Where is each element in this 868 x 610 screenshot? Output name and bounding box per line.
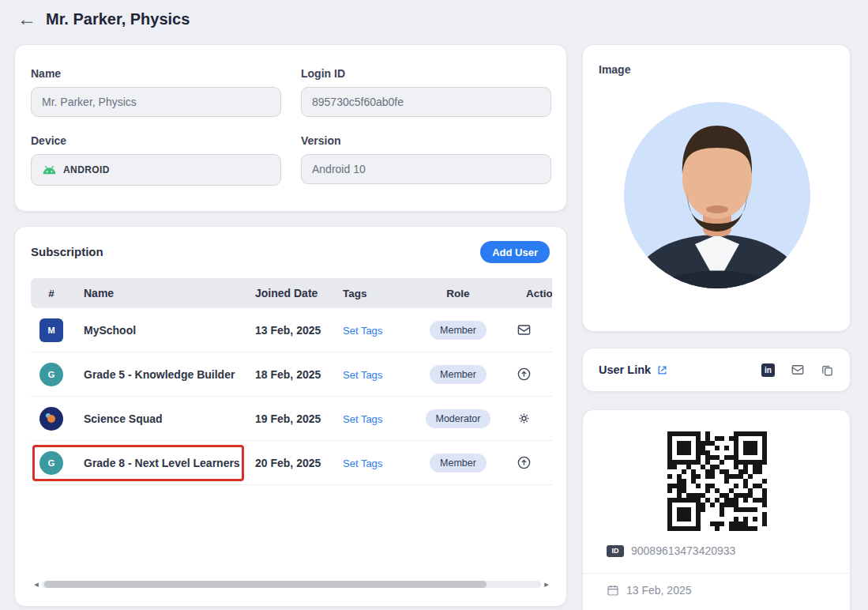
user-link-label: User Link <box>599 363 651 376</box>
device-label: Device <box>31 134 281 147</box>
login-id-label: Login ID <box>301 67 551 80</box>
login-id-input[interactable] <box>301 87 551 117</box>
profile-photo <box>599 77 836 314</box>
user-id-value: 90089613473420933 <box>631 544 735 557</box>
column-header-action: Action <box>494 288 552 299</box>
set-tags-link[interactable]: Set Tags <box>343 413 382 425</box>
qr-card: ID 90089613473420933 13 Feb, 2025 <box>582 409 851 610</box>
scrollbar-track[interactable] <box>42 581 541 588</box>
trash-icon[interactable] <box>550 323 552 337</box>
column-header-tags: Tags <box>335 288 422 299</box>
column-header-joined: Joined Date <box>246 287 335 299</box>
grade5-group-icon: G <box>39 363 63 386</box>
details-card: Name Login ID Device ANDROID <box>14 44 567 212</box>
table-row[interactable]: M MySchool 13 Feb, 2025 Set Tags Member <box>31 308 552 352</box>
role-badge: Moderator <box>426 409 491 428</box>
row-joined-date: 19 Feb, 2025 <box>246 412 335 425</box>
image-label: Image <box>599 63 834 76</box>
table-row[interactable]: Science Squad 19 Feb, 2025 Set Tags Mode… <box>31 397 552 441</box>
envelope-icon[interactable] <box>517 322 532 337</box>
scrollbar-thumb[interactable] <box>44 581 487 588</box>
role-badge: Member <box>430 321 487 340</box>
version-label: Version <box>301 134 551 147</box>
row-joined-date: 13 Feb, 2025 <box>246 324 335 337</box>
name-input[interactable] <box>31 87 281 117</box>
login-id-field-group: Login ID <box>301 67 551 117</box>
name-field-group: Name <box>31 67 281 117</box>
external-link-icon[interactable] <box>656 364 668 376</box>
device-field-group: Device ANDROID <box>31 134 281 186</box>
subscription-card: Subscription Add User # Name Joined Date… <box>14 226 567 607</box>
user-link-card: User Link in <box>582 348 851 392</box>
row-joined-date: 20 Feb, 2025 <box>246 457 335 469</box>
mail-icon[interactable] <box>791 363 805 377</box>
row-name: Science Squad <box>72 412 246 425</box>
science-squad-icon <box>39 407 63 431</box>
name-label: Name <box>31 67 281 80</box>
horizontal-scrollbar: ◂ ▸ <box>31 579 552 589</box>
linkedin-icon[interactable]: in <box>761 363 775 377</box>
set-tags-link[interactable]: Set Tags <box>343 325 382 337</box>
set-tags-link[interactable]: Set Tags <box>343 369 382 381</box>
image-card: Image <box>582 44 851 332</box>
role-badge: Member <box>430 365 487 384</box>
trash-icon[interactable] <box>550 367 552 382</box>
top-bar: ← Mr. Parker, Physics <box>0 0 868 38</box>
device-value-box: ANDROID <box>31 154 281 186</box>
trash-icon[interactable] <box>550 412 552 426</box>
row-name: MySchool <box>72 324 246 337</box>
device-value: ANDROID <box>63 164 110 175</box>
column-header-role: Role <box>422 288 494 299</box>
arrow-up-circle-icon[interactable] <box>517 367 532 382</box>
back-arrow-icon[interactable]: ← <box>17 9 36 28</box>
version-input[interactable] <box>301 154 551 184</box>
subscription-table: # Name Joined Date Tags Role Action M My… <box>31 278 552 523</box>
row-name: Grade 5 - Knowledge Builder <box>72 368 246 381</box>
page-title: Mr. Parker, Physics <box>46 10 190 28</box>
table-row[interactable]: G Grade 5 - Knowledge Builder 18 Feb, 20… <box>31 352 552 397</box>
calendar-icon <box>607 584 619 597</box>
column-header-name: Name <box>72 287 246 299</box>
row-name: Grade 8 - Next Level Learners <box>72 457 246 469</box>
subscription-title: Subscription <box>31 245 103 258</box>
version-field-group: Version <box>301 134 551 186</box>
grade8-group-icon: G <box>39 451 63 475</box>
table-row[interactable]: G Grade 8 - Next Level Learners 20 Feb, … <box>31 441 552 485</box>
scroll-left-arrow[interactable]: ◂ <box>31 579 42 589</box>
id-badge-icon: ID <box>607 545 624 557</box>
android-icon <box>42 165 57 175</box>
myschool-logo-icon: M <box>39 318 63 342</box>
row-joined-date: 18 Feb, 2025 <box>246 368 335 381</box>
scroll-right-arrow[interactable]: ▸ <box>541 579 552 589</box>
table-header-row: # Name Joined Date Tags Role Action <box>31 278 552 308</box>
add-user-button[interactable]: Add User <box>480 241 550 263</box>
role-badge: Member <box>430 454 487 473</box>
column-header-num: # <box>31 288 72 299</box>
copy-icon[interactable] <box>821 363 834 377</box>
gear-settings-icon[interactable] <box>517 411 532 426</box>
trash-icon[interactable] <box>550 456 552 470</box>
arrow-up-circle-icon[interactable] <box>517 455 532 470</box>
joined-date-value: 13 Feb, 2025 <box>626 584 692 597</box>
joined-date-row: 13 Feb, 2025 <box>583 573 850 597</box>
qr-code <box>667 431 767 531</box>
user-id-row: ID 90089613473420933 <box>607 544 735 557</box>
set-tags-link[interactable]: Set Tags <box>343 458 382 469</box>
